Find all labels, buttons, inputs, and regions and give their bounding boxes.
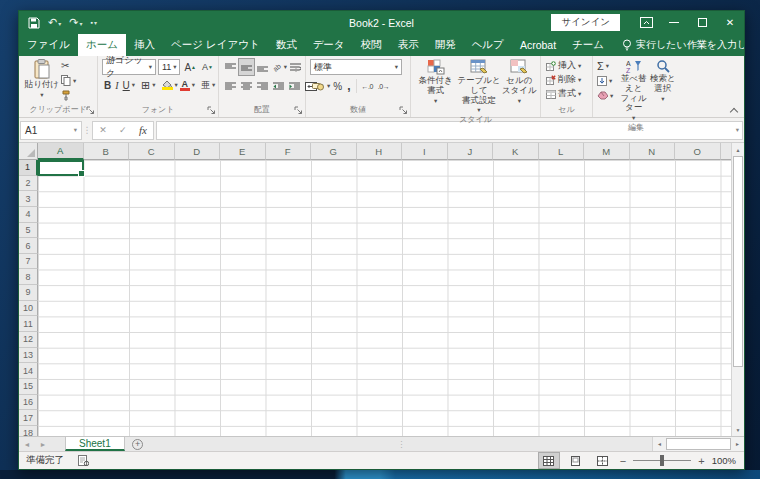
orientation-icon[interactable]: ab [271, 59, 283, 75]
name-box-splitter[interactable]: ⋮ [82, 125, 92, 135]
tab-4[interactable]: データ [305, 34, 353, 56]
format-painter-button[interactable] [61, 89, 76, 102]
scroll-up-button[interactable]: ▲ [732, 143, 744, 156]
column-header-H[interactable]: H [357, 143, 403, 160]
borders-icon[interactable]: ⊞ [139, 77, 152, 93]
column-header-N[interactable]: N [630, 143, 676, 160]
comma-icon[interactable]: , [345, 78, 352, 94]
clear-button[interactable]: ▾ [597, 89, 618, 102]
zoom-slider-thumb[interactable] [660, 455, 664, 466]
vertical-scrollbar[interactable]: ▲ ▼ [731, 143, 744, 436]
scroll-right-button[interactable]: ► [731, 437, 744, 451]
decrease-indent-icon[interactable] [271, 78, 286, 94]
row-header-11[interactable]: 11 [19, 316, 38, 332]
column-header-G[interactable]: G [311, 143, 357, 160]
ribbon-display-options-icon[interactable] [632, 11, 660, 34]
phonetic-icon[interactable]: 亜 [199, 77, 212, 93]
insert-cells-button[interactable]: 挿入▾ [546, 59, 589, 72]
sort-filter-button[interactable]: AZ 並べ替えと フィルター▾ [618, 59, 650, 122]
sign-in-button[interactable]: サインイン [551, 14, 620, 31]
currency-icon[interactable] [310, 78, 326, 94]
enter-icon[interactable]: ✓ [119, 125, 127, 135]
column-header-C[interactable]: C [129, 143, 175, 160]
column-header-J[interactable]: J [448, 143, 494, 160]
cancel-icon[interactable]: ✕ [99, 125, 107, 135]
new-sheet-button[interactable]: + [125, 437, 151, 451]
qat-customize-icon[interactable]: ▪▾ [90, 19, 97, 26]
tab-file[interactable]: ファイル [19, 34, 78, 56]
row-header-3[interactable]: 3 [19, 191, 38, 207]
column-header-I[interactable]: I [402, 143, 448, 160]
scroll-left-button[interactable]: ◄ [653, 437, 666, 451]
tab-3[interactable]: 数式 [268, 34, 305, 56]
view-page-layout-button[interactable] [566, 453, 586, 468]
sheet-tab-sheet1[interactable]: Sheet1 [65, 437, 125, 451]
row-header-16[interactable]: 16 [19, 395, 38, 411]
column-header-L[interactable]: L [539, 143, 585, 160]
select-all-corner[interactable] [19, 143, 38, 160]
tab-8[interactable]: ヘルプ [464, 34, 512, 56]
italic-button[interactable]: I [113, 77, 120, 93]
cells-background[interactable] [38, 160, 744, 436]
row-header-4[interactable]: 4 [19, 207, 38, 223]
cut-button[interactable]: ✂ [61, 59, 76, 72]
name-box[interactable]: A1▾ [20, 121, 82, 140]
tab-10[interactable]: チーム [564, 34, 612, 56]
zoom-slider[interactable] [633, 460, 691, 461]
undo-icon[interactable]: ↶▾ [48, 17, 61, 28]
copy-button[interactable]: ▾ [61, 74, 76, 87]
column-header-K[interactable]: K [493, 143, 539, 160]
row-header-5[interactable]: 5 [19, 223, 38, 239]
horizontal-scroll-thumb[interactable] [666, 438, 731, 450]
shrink-font-button[interactable]: A▼ [200, 59, 215, 75]
format-cells-button[interactable]: 書式▾ [546, 87, 589, 100]
view-page-break-button[interactable] [593, 453, 613, 468]
insert-function-icon[interactable]: fx [139, 124, 147, 136]
row-header-15[interactable]: 15 [19, 379, 38, 395]
fill-color-icon[interactable] [160, 77, 175, 93]
row-header-13[interactable]: 13 [19, 348, 38, 364]
font-size-select[interactable]: 11▾ [158, 59, 180, 75]
number-format-select[interactable]: 標準▾ [310, 59, 402, 75]
font-color-icon[interactable]: A [178, 77, 192, 93]
wrap-text-icon[interactable] [288, 59, 303, 75]
vertical-scroll-thumb[interactable] [733, 156, 743, 367]
column-header-M[interactable]: M [584, 143, 630, 160]
tab-1[interactable]: 挿入 [126, 34, 163, 56]
sheet-nav-prev-icon[interactable]: ◄ [19, 437, 35, 451]
view-normal-button[interactable] [539, 453, 559, 468]
column-header-B[interactable]: B [84, 143, 130, 160]
redo-icon[interactable]: ↷▾ [69, 17, 82, 28]
collapse-ribbon-icon[interactable] [731, 106, 738, 113]
column-header-F[interactable]: F [266, 143, 312, 160]
row-header-10[interactable]: 10 [19, 301, 38, 317]
decrease-decimal-icon[interactable]: .0→ [376, 78, 391, 94]
cell-styles-button[interactable]: セルの スタイル▾ [502, 59, 537, 114]
increase-indent-icon[interactable] [287, 78, 302, 94]
underline-button[interactable]: U [121, 77, 132, 93]
tab-9[interactable]: Acrobat [512, 34, 564, 56]
tab-scroll-splitter[interactable]: ⋮ [396, 437, 406, 451]
worksheet-grid[interactable]: ABCDEFGHIJKLMNO 123456789101112131415161… [19, 143, 744, 436]
expand-formula-bar-icon[interactable]: ▾ [736, 126, 739, 134]
paste-button[interactable]: 貼り付け ▾ [23, 59, 61, 104]
row-header-14[interactable]: 14 [19, 363, 38, 379]
tab-0[interactable]: ホーム [78, 34, 126, 56]
align-center-icon[interactable] [239, 78, 254, 94]
row-header-7[interactable]: 7 [19, 254, 38, 270]
autosum-button[interactable]: Σ▾ [597, 59, 618, 72]
dialog-launcher-icon[interactable] [399, 106, 408, 115]
tell-me-box[interactable]: 実行したい作業を入力してください [622, 34, 744, 56]
column-header-E[interactable]: E [220, 143, 266, 160]
row-header-8[interactable]: 8 [19, 269, 38, 285]
minimize-button[interactable] [660, 11, 688, 34]
percent-icon[interactable]: % [331, 78, 344, 94]
macro-record-icon[interactable] [78, 455, 89, 466]
row-header-12[interactable]: 12 [19, 332, 38, 348]
column-header-A[interactable]: A [38, 143, 84, 160]
format-as-table-button[interactable]: テーブルとして 書式設定▾ [456, 59, 501, 114]
dialog-launcher-icon[interactable] [207, 106, 216, 115]
row-header-2[interactable]: 2 [19, 176, 38, 192]
scroll-down-button[interactable]: ▼ [732, 423, 744, 436]
font-name-select[interactable]: 游ゴシック▾ [102, 59, 156, 75]
